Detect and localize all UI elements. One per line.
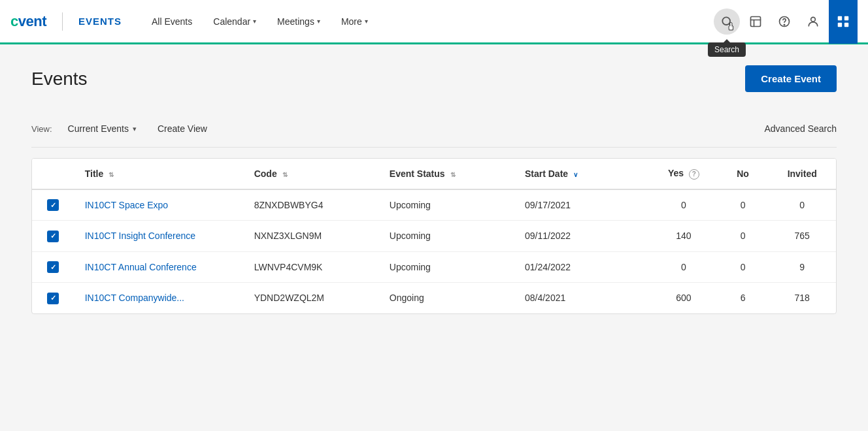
row-no-cell: 0 — [718, 251, 769, 283]
row-date-cell: 09/11/2022 — [514, 221, 650, 252]
main-content: Events Create Event View: Current Events… — [16, 44, 852, 335]
nav-more[interactable]: More ▾ — [332, 11, 377, 32]
row-yes-cell: 0 — [650, 189, 718, 221]
table-row: IN10CT Companywide... YDND2WZQL2M Ongoin… — [32, 283, 836, 313]
search-tooltip: Search — [708, 42, 746, 57]
events-table-container: Title ⇅ Code ⇅ Event Status ⇅ Start Date… — [31, 158, 837, 314]
view-left: View: Current Events ▾ Create View — [31, 121, 212, 136]
th-title[interactable]: Title ⇅ — [75, 159, 244, 189]
view-chevron-icon: ▾ — [133, 125, 137, 133]
page-header: Events Create Event — [31, 65, 837, 92]
table-row: IN10CT Annual Conference LWNVP4CVM9K Upc… — [32, 251, 836, 283]
grid-icon — [836, 14, 850, 29]
main-nav: All Events Calendar ▾ Meetings ▾ More ▾ — [142, 11, 714, 32]
nav-calendar[interactable]: Calendar ▾ — [204, 11, 265, 32]
create-view-link[interactable]: Create View — [152, 121, 212, 136]
svg-rect-2 — [751, 16, 761, 26]
create-event-button[interactable]: Create Event — [745, 65, 837, 92]
row-status-cell: Upcoming — [379, 221, 514, 252]
row-checkbox-cell — [32, 251, 75, 283]
row-title-cell: IN10CT Space Expo — [75, 189, 244, 221]
svg-point-6 — [784, 24, 784, 25]
row-title-cell: IN10CT Insight Conference — [75, 221, 244, 252]
meetings-chevron-icon: ▾ — [317, 18, 320, 25]
table-header-row: Title ⇅ Code ⇅ Event Status ⇅ Start Date… — [32, 159, 836, 189]
search-button[interactable] — [714, 8, 740, 35]
code-sort-icon: ⇅ — [282, 171, 288, 178]
view-label: View: — [31, 124, 52, 134]
svg-rect-11 — [844, 22, 848, 26]
row-status-cell: Upcoming — [379, 251, 514, 283]
row-no-cell: 6 — [718, 283, 769, 313]
row-code-cell: YDND2WZQL2M — [244, 283, 379, 313]
logo-c: c — [10, 13, 18, 29]
row-status-cell: Upcoming — [379, 189, 514, 221]
row-checkbox-cell — [32, 221, 75, 252]
svg-line-1 — [729, 24, 733, 27]
page-title: Events — [31, 69, 88, 89]
th-status[interactable]: Event Status ⇅ — [379, 159, 514, 189]
row-no-cell: 0 — [718, 189, 769, 221]
row-title-cell: IN10CT Companywide... — [75, 283, 244, 313]
reports-button[interactable] — [743, 8, 769, 35]
date-sort-icon: ∨ — [573, 171, 578, 178]
row-yes-cell: 140 — [650, 221, 718, 252]
row-code-cell: 8ZNXDBWBYG4 — [244, 189, 379, 221]
advanced-search-link[interactable]: Advanced Search — [764, 123, 837, 134]
row-date-cell: 08/4/2021 — [514, 283, 650, 313]
nav-all-events[interactable]: All Events — [142, 11, 201, 32]
reports-icon — [749, 15, 762, 28]
help-button[interactable] — [771, 8, 797, 35]
row-no-cell: 0 — [718, 221, 769, 252]
row-invited-cell: 765 — [768, 221, 836, 252]
header: cvent EVENTS All Events Calendar ▾ Meeti… — [0, 0, 868, 44]
logo-vent: vent — [18, 13, 46, 29]
row-checkbox[interactable] — [47, 261, 59, 273]
table-body: IN10CT Space Expo 8ZNXDBWBYG4 Upcoming 0… — [32, 189, 836, 313]
view-bar: View: Current Events ▾ Create View Advan… — [31, 110, 837, 148]
cvent-logo: cvent — [10, 13, 46, 30]
logo: cvent EVENTS — [10, 12, 122, 31]
th-checkbox — [32, 159, 75, 189]
header-actions: Search — [714, 0, 858, 44]
status-sort-icon: ⇅ — [450, 171, 456, 178]
row-date-cell: 01/24/2022 — [514, 251, 650, 283]
svg-point-7 — [811, 17, 816, 22]
th-code[interactable]: Code ⇅ — [244, 159, 379, 189]
event-title-link[interactable]: IN10CT Companywide... — [85, 293, 184, 303]
current-view-label: Current Events — [68, 123, 129, 134]
th-start-date[interactable]: Start Date ∨ — [514, 159, 650, 189]
row-checkbox[interactable] — [47, 231, 59, 242]
title-sort-icon: ⇅ — [108, 171, 114, 178]
row-yes-cell: 0 — [650, 251, 718, 283]
row-invited-cell: 0 — [768, 189, 836, 221]
calendar-chevron-icon: ▾ — [253, 18, 256, 25]
more-chevron-icon: ▾ — [365, 18, 368, 25]
search-icon — [720, 15, 733, 28]
nav-meetings[interactable]: Meetings ▾ — [268, 11, 329, 32]
th-no: No — [718, 159, 769, 189]
user-button[interactable] — [800, 8, 826, 35]
th-invited: Invited — [768, 159, 836, 189]
events-table: Title ⇅ Code ⇅ Event Status ⇅ Start Date… — [32, 159, 836, 313]
row-checkbox[interactable] — [47, 293, 59, 304]
row-title-cell: IN10CT Annual Conference — [75, 251, 244, 283]
help-icon — [778, 15, 791, 28]
svg-rect-9 — [844, 16, 848, 20]
current-view-selector[interactable]: Current Events ▾ — [68, 123, 137, 134]
yes-help-icon[interactable]: ? — [689, 169, 699, 180]
user-icon — [807, 15, 820, 28]
row-code-cell: LWNVP4CVM9K — [244, 251, 379, 283]
row-date-cell: 09/17/2021 — [514, 189, 650, 221]
event-title-link[interactable]: IN10CT Annual Conference — [85, 262, 197, 272]
row-checkbox[interactable] — [47, 199, 59, 211]
row-invited-cell: 718 — [768, 283, 836, 313]
event-title-link[interactable]: IN10CT Insight Conference — [85, 231, 195, 241]
logo-events: EVENTS — [78, 16, 122, 27]
row-checkbox-cell — [32, 189, 75, 221]
svg-rect-8 — [838, 16, 842, 20]
event-title-link[interactable]: IN10CT Space Expo — [85, 200, 168, 210]
table-row: IN10CT Space Expo 8ZNXDBWBYG4 Upcoming 0… — [32, 189, 836, 221]
apps-button[interactable] — [829, 0, 858, 44]
svg-rect-10 — [838, 22, 842, 26]
